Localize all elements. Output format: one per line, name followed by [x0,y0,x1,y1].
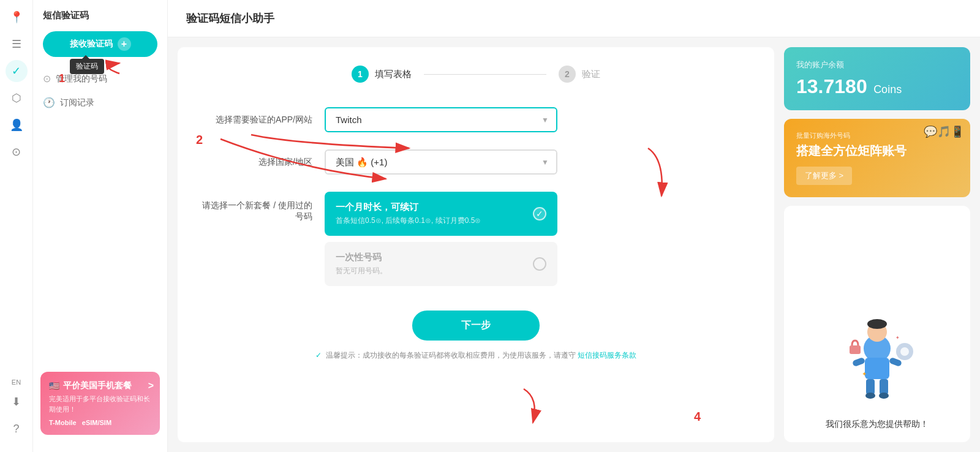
plan-select-row: 请选择一个新套餐 / 使用过的号码 一个月时长，可续订 首条短信0.5⊙, 后续… [202,192,750,292]
notice-check-icon: ✓ [315,351,322,360]
step-2: 2 验证 [559,66,600,83]
balance-card-title: 我的账户余额 [796,59,958,70]
plan-onetime-desc: 暂无可用号码。 [336,266,546,276]
plan-monthly-radio: ✓ [533,207,546,220]
icon-sidebar: 📍 ☰ ✓ ⬡ 👤 ⊙ EN ⬇ ? [0,0,33,452]
plan-onetime[interactable]: 一次性号码 暂无可用号码。 [325,242,557,286]
nav-icon-person[interactable]: 👤 [6,114,28,136]
balance-card: 我的账户余额 13.7180 Coins [784,47,970,110]
step1-circle: 1 [352,66,369,83]
step-1: 1 填写表格 [352,66,412,83]
help-illustration: ✦ ✦ [816,315,938,413]
learn-more-button[interactable]: 了解更多 > [796,167,852,185]
annotation-1: 1 [59,72,65,85]
checkmark-icon: ✓ [536,209,543,219]
nav-panel: 短信验证码 接收验证码 + 验证码 ⊙ 管理我的号码 🕐 订阅记录 🇺🇸 平价美… [33,0,168,452]
promo2-title: 搭建全方位矩阵账号 [796,143,958,159]
plan-monthly-title: 一个月时长，可续订 [336,202,546,213]
app-select[interactable]: Twitch [325,107,557,132]
step2-circle: 2 [559,66,576,83]
next-btn-area: 下一步 [202,311,750,341]
app-select-row: 选择需要验证的APP/网站 Twitch ▼ [202,107,750,132]
promo-card2[interactable]: 3 批量订购海外号码 搭建全方位矩阵账号 了解更多 > 💬🎵📱 [784,119,970,197]
promo-desc: 完美适用于多平台接收验证码和长期使用！ [49,394,151,414]
manage-icon: ⊙ [43,73,51,85]
form-area: 1 填写表格 2 验证 选择需要验证的APP/网站 Twitch [178,47,774,442]
app-label: 选择需要验证的APP/网站 [202,115,325,126]
nav-panel-title: 短信验证码 [33,10,167,31]
nav-icon-help[interactable]: ? [6,418,28,440]
svg-rect-4 [865,358,889,379]
main-header-title: 验证码短信小助手 [186,12,274,24]
svg-rect-7 [850,345,861,354]
plan-onetime-radio [533,257,546,271]
svg-rect-14 [852,357,865,367]
plan-onetime-title: 一次性号码 [336,252,546,263]
plan-monthly-desc: 首条短信0.5⊙, 后续每条0.1⊙, 续订月费0.5⊙ [336,216,546,226]
nav-icon-message[interactable]: ☰ [6,33,28,55]
tooltip: 验证码 [70,59,104,74]
notice-area: ✓ 温馨提示：成功接收的每条验证码都将收取相应费用，为使用该服务，请遵守 短信接… [202,350,750,361]
promo-flag: 🇺🇸 [49,381,59,391]
right-sidebar: 我的账户余额 13.7180 Coins 3 批量订购海外号码 搭建全方位矩阵账… [784,37,980,452]
main-header: 验证码短信小助手 [168,0,980,37]
balance-amount-row: 13.7180 Coins [796,75,958,98]
app-select-wrapper: Twitch ▼ [325,107,557,132]
country-select-control: 美国 🔥 (+1) ▼ [325,149,557,175]
plan-label: 请选择一个新套餐 / 使用过的号码 [202,192,325,222]
plan-options: 一个月时长，可续订 首条短信0.5⊙, 后续每条0.1⊙, 续订月费0.5⊙ ✓… [325,192,557,292]
step-divider [424,74,546,75]
main-content: 验证码短信小助手 1 填写表格 2 验证 选择需要验证的APP/网站 [168,0,980,452]
svg-point-12 [865,393,875,399]
help-illustration-svg: ✦ ✦ [816,315,938,413]
svg-rect-11 [880,379,888,394]
receive-button[interactable]: 接收验证码 + [43,31,157,57]
nav-icon-box[interactable]: ⬡ [6,87,28,109]
step1-label: 填写表格 [375,69,412,80]
country-select-wrapper: 美国 🔥 (+1) ▼ [325,149,557,175]
annotation-4: 4 [694,410,701,424]
app-select-control: Twitch ▼ [325,107,557,132]
notice-text: 温馨提示：成功接收的每条验证码都将收取相应费用，为使用该服务，请遵守 [326,351,576,360]
stepper: 1 填写表格 2 验证 [202,66,750,83]
nav-icon-download[interactable]: ⬇ [6,391,28,413]
nav-icon-user-circle[interactable]: ⊙ [6,141,28,163]
promo-title: 🇺🇸 平价美国手机套餐 > [49,380,151,391]
promo-card-mobile[interactable]: 🇺🇸 平价美国手机套餐 > 完美适用于多平台接收验证码和长期使用！ T-Mobi… [40,372,160,435]
main-body: 1 填写表格 2 验证 选择需要验证的APP/网站 Twitch [168,37,980,452]
balance-amount: 13.7180 [796,75,867,97]
svg-text:✦: ✦ [895,335,900,341]
country-label: 选择国家/地区 [202,157,325,168]
country-select[interactable]: 美国 🔥 (+1) [325,149,557,175]
nav-icon-check[interactable]: ✓ [6,60,28,82]
country-select-row: 选择国家/地区 美国 🔥 (+1) ▼ [202,149,750,175]
svg-rect-10 [866,379,875,394]
svg-text:✦: ✦ [862,371,867,377]
annotation-2: 2 [196,133,203,147]
language-label[interactable]: EN [12,379,21,386]
nav-item-history-label: 订阅记录 [60,97,94,108]
social-icons-decoration: 💬🎵📱 [924,125,964,138]
nav-item-history[interactable]: 🕐 订阅记录 [33,91,167,115]
receive-button-label: 接收验证码 [70,39,113,50]
notice-link[interactable]: 短信接码服务条款 [578,351,636,360]
plus-icon: + [118,37,131,51]
nav-icon-location[interactable]: 📍 [6,6,28,28]
step2-label: 验证 [582,69,600,80]
svg-point-6 [900,347,909,356]
tmobile-label: T-Mobile eSIM/SIM [49,419,151,426]
plan-monthly[interactable]: 一个月时长，可续订 首条短信0.5⊙, 后续每条0.1⊙, 续订月费0.5⊙ ✓ [325,192,557,236]
help-card: ✦ ✦ 我们很乐意为您提供帮助！ [784,206,970,442]
svg-point-13 [879,393,889,399]
history-icon: 🕐 [43,97,55,108]
next-button[interactable]: 下一步 [412,311,540,341]
svg-point-3 [867,319,887,329]
promo-arrow-icon: > [148,380,154,391]
balance-unit: Coins [873,83,902,96]
help-text: 我们很乐意为您提供帮助！ [826,419,929,430]
